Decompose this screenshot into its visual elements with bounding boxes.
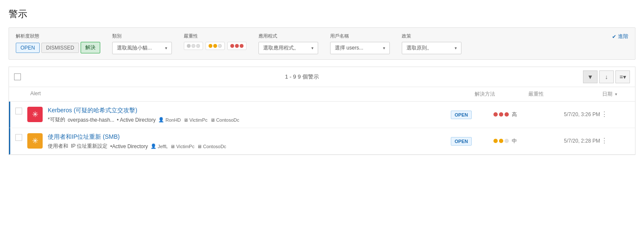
person-icon: 🖥 — [170, 144, 175, 149]
tag-text: VictimPc — [176, 144, 194, 149]
application-dropdown[interactable]: 選取應用程式。 ▾ — [258, 42, 318, 54]
alert-tag: 🖥 ContosoDc — [197, 144, 226, 149]
subtitle-post: • Active Directory — [117, 117, 156, 123]
resolution-label: 解析度狀態 — [16, 33, 100, 39]
person-icon: 👤 — [151, 143, 157, 149]
select-all-checkbox[interactable] — [14, 73, 21, 80]
alert-title[interactable]: Kerberos (可疑的哈希式立交攻擊) — [48, 107, 451, 114]
subtitle-link[interactable]: IP 位址重新設定 — [71, 143, 107, 150]
col-severity-header: 嚴重性 — [511, 91, 562, 98]
person-icon: 🖥 — [210, 117, 215, 123]
severity-low-button[interactable] — [184, 42, 203, 50]
severity-filter-label: 嚴重性 — [184, 33, 247, 39]
alert-content: Kerberos (可疑的哈希式立交攻擊) *可疑的 overpass-the-… — [48, 107, 451, 123]
col-alert-header: Alert — [30, 91, 459, 98]
low-dot-3 — [196, 44, 200, 48]
med-dot-3 — [218, 44, 222, 48]
advanced-button[interactable]: ✔ 進階 — [612, 33, 628, 40]
resolution-badge: OPEN — [451, 137, 472, 146]
category-dropdown[interactable]: 選取風險小貓... ▾ — [112, 42, 172, 54]
severity-dot-3 — [505, 112, 509, 117]
high-dot-1 — [230, 44, 234, 48]
chevron-down-icon: ▾ — [455, 46, 457, 50]
alert-date: 5/7/20, 2:28 PM — [545, 138, 600, 144]
alert-tag: 👤 RonHD — [158, 117, 181, 123]
alert-content: 使用者和IP位址重新 (SMB) 使用者和 IP 位址重新設定 •Active … — [48, 133, 451, 150]
row-checkbox[interactable] — [15, 107, 24, 116]
alert-date: 5/7/20, 3:26 PM — [545, 111, 600, 117]
menu-icon: ≡ — [619, 73, 623, 80]
download-icon: ↓ — [605, 73, 608, 80]
menu-button[interactable]: ≡ ▾ — [615, 70, 630, 83]
med-dot-2 — [213, 44, 217, 48]
username-label: 用戶名稱 — [330, 33, 390, 39]
tag-text: ContosoDc — [203, 144, 226, 149]
alert-subtitle: 使用者和 IP 位址重新設定 •Active Directory 👤 JeffL… — [48, 143, 451, 150]
tag-text: JeffL — [158, 144, 168, 149]
row-checkbox-input[interactable] — [15, 134, 22, 141]
alert-title[interactable]: 使用者和IP位址重新 (SMB) — [48, 133, 451, 141]
alert-tag: 👤 JeffL — [151, 143, 168, 149]
more-options-button[interactable]: ⋮ — [600, 133, 609, 149]
subtitle-pre: *可疑的 — [48, 116, 65, 123]
person-icon: 🖥 — [183, 117, 188, 123]
severity-dot-2 — [499, 139, 503, 143]
check-icon: ✔ — [612, 34, 616, 40]
severity-text: 高 — [512, 111, 517, 118]
category-label: 類別 — [112, 33, 172, 39]
filter-button[interactable]: ▼ — [583, 70, 598, 83]
policy-value: 選取原則。 — [406, 44, 432, 52]
more-options-button[interactable]: ⋮ — [600, 107, 609, 122]
alerts-list: ✳ Kerberos (可疑的哈希式立交攻擊) *可疑的 overpass-th… — [9, 102, 635, 155]
alert-meta: OPEN 中 5/7/20, 2:28 PM ⋮ — [451, 133, 630, 149]
category-value: 選取風險小貓... — [117, 44, 152, 52]
severity-high-button[interactable] — [227, 42, 247, 50]
alert-count: 1 - 9 9 個警示 — [21, 73, 583, 81]
person-icon: 👤 — [158, 117, 164, 123]
person-icon: 🖥 — [197, 144, 202, 149]
tag-text: ContosoDc — [216, 117, 239, 123]
dismissed-button[interactable]: DISMISSED — [41, 43, 79, 53]
row-checkbox-input[interactable] — [15, 108, 22, 114]
policy-label: 政策 — [402, 33, 461, 39]
alert-tag: 🖥 VictimPc — [183, 117, 208, 123]
alert-tag: 🖥 VictimPc — [170, 144, 194, 149]
username-filter-group: 用戶名稱 選擇 users... ▾ — [330, 33, 390, 54]
severity-buttons — [184, 42, 247, 50]
download-button[interactable]: ↓ — [599, 70, 614, 83]
resolution-filter-group: 解析度狀態 OPEN DISMISSED 解決 — [16, 33, 100, 53]
severity-indicator: 中 — [493, 137, 528, 145]
resolution-buttons: OPEN DISMISSED 解決 — [16, 42, 100, 53]
alert-subtitle: *可疑的 overpass-the-hash... • Active Direc… — [48, 116, 451, 123]
chevron-down-icon: ▾ — [311, 46, 313, 50]
severity-cell: 高 — [493, 111, 545, 118]
category-filter-group: 類別 選取風險小貓... ▾ — [112, 33, 172, 54]
chevron-down-icon: ▾ — [165, 46, 167, 50]
open-button[interactable]: OPEN — [16, 43, 40, 53]
sort-icon: ▾ — [615, 92, 617, 96]
policy-dropdown[interactable]: 選取原則。 ▾ — [402, 42, 461, 54]
resolved-button[interactable]: 解決 — [81, 42, 100, 53]
low-dot-1 — [187, 44, 191, 48]
col-date-header[interactable]: 日期 ▾ — [562, 91, 630, 98]
high-dot-3 — [240, 44, 244, 48]
alert-type-icon: ✳ — [27, 133, 43, 149]
tag-text: VictimPc — [189, 117, 208, 123]
subtitle-link[interactable]: overpass-the-hash... — [68, 117, 114, 123]
application-label: 應用程式 — [258, 33, 318, 39]
med-dot-1 — [209, 44, 212, 48]
severity-filter-group: 嚴重性 — [184, 33, 247, 50]
severity-med-button[interactable] — [206, 42, 225, 50]
resolution-cell: OPEN — [451, 111, 493, 118]
application-filter-group: 應用程式 選取應用程式。 ▾ — [258, 33, 318, 54]
username-dropdown[interactable]: 選擇 users... ▾ — [330, 42, 390, 54]
alert-type-icon: ✳ — [27, 107, 43, 122]
application-value: 選取應用程式。 — [263, 44, 299, 52]
subtitle-pre: 使用者和 — [48, 143, 68, 150]
severity-indicator: 高 — [493, 111, 528, 118]
row-checkbox[interactable] — [15, 133, 24, 142]
filter-icon: ▼ — [587, 73, 593, 80]
policy-filter-group: 政策 選取原則。 ▾ — [402, 33, 461, 54]
toolbar-actions: ▼ ↓ ≡ ▾ — [583, 70, 630, 83]
severity-dot-1 — [493, 139, 498, 143]
